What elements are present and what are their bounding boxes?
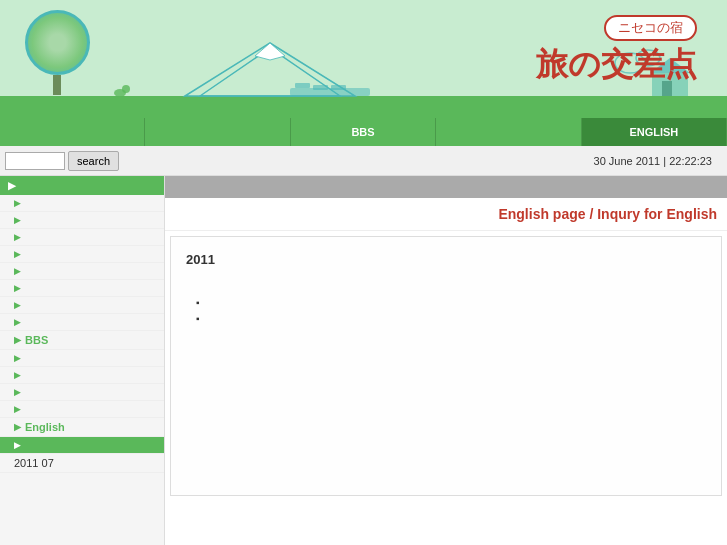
arrow-icon-12: ▶ — [14, 404, 21, 414]
arrow-icon-9: ▶ — [14, 353, 21, 363]
sidebar-header-arrow: ▶ — [8, 180, 16, 191]
arrow-icon-8: ▶ — [14, 317, 21, 327]
content-bullet-1 — [196, 297, 706, 308]
sidebar-header[interactable]: ▶ — [0, 176, 164, 195]
arrow-icon-english: ▶ — [14, 422, 21, 432]
arrow-icon-10: ▶ — [14, 370, 21, 380]
sidebar: ▶ ▶ ▶ ▶ ▶ ▶ ▶ ▶ ▶ — [0, 176, 165, 545]
svg-marker-3 — [255, 43, 285, 60]
search-button[interactable]: search — [68, 151, 119, 171]
content-area: English page / Inqury for English 2011 — [165, 176, 727, 545]
content-body: 2011 — [170, 236, 722, 496]
sidebar-item-2[interactable]: ▶ — [0, 212, 164, 229]
sidebar-item-english-label: English — [25, 421, 65, 433]
sidebar-item-7[interactable]: ▶ — [0, 297, 164, 314]
sidebar-item-10[interactable]: ▶ — [0, 367, 164, 384]
nav-item-1[interactable] — [0, 118, 145, 146]
content-title: English page / Inqury for English — [165, 198, 727, 231]
content-subheader — [165, 176, 727, 198]
svg-rect-6 — [313, 85, 328, 90]
logo-niseko: ニセコの宿 — [604, 15, 697, 41]
arrow-icon-bbs: ▶ — [14, 335, 21, 345]
svg-rect-7 — [331, 85, 346, 90]
logo-area: ニセコの宿 旅の交差点 — [536, 15, 697, 87]
content-bullets — [186, 297, 706, 324]
sidebar-item-active[interactable]: ▶ — [0, 437, 164, 454]
sidebar-item-3[interactable]: ▶ — [0, 229, 164, 246]
svg-rect-5 — [295, 83, 310, 88]
sidebar-item-1[interactable]: ▶ — [0, 195, 164, 212]
sidebar-item-11[interactable]: ▶ — [0, 384, 164, 401]
arrow-icon-2: ▶ — [14, 215, 21, 225]
search-input[interactable] — [5, 152, 65, 170]
logo-kanji: 旅の交差点 — [536, 43, 697, 87]
arrow-icon-1: ▶ — [14, 198, 21, 208]
sidebar-item-5[interactable]: ▶ — [0, 263, 164, 280]
sidebar-date-label: 2011 07 — [14, 457, 54, 469]
sidebar-item-date[interactable]: 2011 07 — [0, 454, 164, 473]
sidebar-item-bbs-label: BBS — [25, 334, 48, 346]
sidebar-item-english[interactable]: ▶ English — [0, 418, 164, 437]
arrow-icon-7: ▶ — [14, 300, 21, 310]
nav-item-bbs[interactable]: BBS — [291, 118, 436, 146]
svg-rect-0 — [0, 96, 727, 118]
content-year: 2011 — [186, 252, 706, 267]
nav-item-english[interactable]: ENGLISH — [582, 118, 727, 146]
arrow-icon-4: ▶ — [14, 249, 21, 259]
sidebar-item-9[interactable]: ▶ — [0, 350, 164, 367]
arrow-icon-11: ▶ — [14, 387, 21, 397]
header-banner: ニセコの宿 旅の交差点 — [0, 0, 727, 118]
sidebar-item-6[interactable]: ▶ — [0, 280, 164, 297]
arrow-icon-active: ▶ — [14, 440, 21, 450]
svg-point-14 — [122, 85, 130, 93]
search-area: search — [5, 151, 119, 171]
svg-rect-4 — [290, 88, 370, 96]
sidebar-item-bbs[interactable]: ▶ BBS — [0, 331, 164, 350]
toolbar: search 30 June 2011 | 22:22:23 — [0, 146, 727, 176]
header-decoration: ニセコの宿 旅の交差点 — [0, 0, 727, 118]
sidebar-item-12[interactable]: ▶ — [0, 401, 164, 418]
main-layout: ▶ ▶ ▶ ▶ ▶ ▶ ▶ ▶ ▶ — [0, 176, 727, 545]
arrow-icon-6: ▶ — [14, 283, 21, 293]
content-bullet-2 — [196, 313, 706, 324]
datetime-display: 30 June 2011 | 22:22:23 — [594, 155, 722, 167]
sidebar-item-4[interactable]: ▶ — [0, 246, 164, 263]
nav-item-2[interactable] — [145, 118, 290, 146]
nav-item-4[interactable] — [436, 118, 581, 146]
navbar: BBS ENGLISH — [0, 118, 727, 146]
arrow-icon-5: ▶ — [14, 266, 21, 276]
sidebar-item-8[interactable]: ▶ — [0, 314, 164, 331]
arrow-icon-3: ▶ — [14, 232, 21, 242]
